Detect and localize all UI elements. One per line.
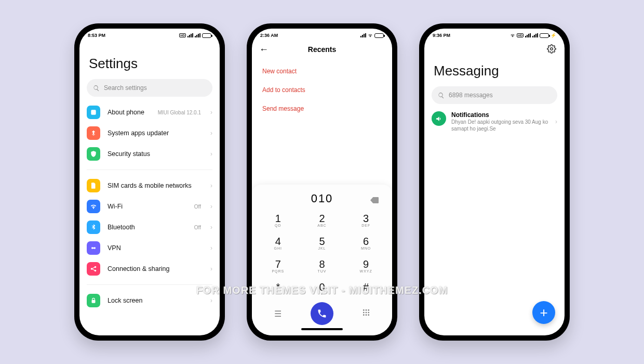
dial-key-0[interactable]: 0+ (300, 278, 344, 301)
wifi-icon (368, 33, 373, 38)
svg-point-16 (368, 314, 369, 316)
search-input[interactable]: 6898 messages (432, 86, 557, 104)
chevron-right-icon: › (210, 297, 212, 304)
chevron-right-icon: › (555, 118, 557, 125)
volte-icon: HD (179, 33, 186, 37)
dialer-action[interactable]: New contact (252, 62, 392, 81)
dialer-action[interactable]: Send message (252, 99, 392, 118)
search-placeholder: 6898 messages (449, 92, 493, 99)
status-time: 2:36 AM (260, 33, 278, 38)
row-label: Bluetooth (108, 224, 187, 231)
signal-icon (525, 33, 531, 37)
settings-row-share[interactable]: Connection & sharing› (79, 258, 220, 279)
settings-row-vpn[interactable]: VPN› (79, 238, 220, 258)
dial-number: 010 (311, 192, 333, 205)
row-label: VPN (108, 244, 203, 252)
svg-point-15 (365, 314, 367, 316)
svg-rect-0 (91, 110, 96, 114)
back-button[interactable]: ← (259, 44, 269, 55)
signal-icon (187, 33, 193, 37)
dial-key-8[interactable]: 8TUV (300, 255, 344, 278)
svg-point-10 (368, 309, 369, 311)
phone-icon (317, 308, 327, 319)
svg-rect-3 (92, 248, 95, 249)
svg-rect-7 (92, 300, 96, 303)
row-label: Lock screen (108, 297, 203, 304)
svg-point-9 (365, 309, 367, 311)
message-thread[interactable]: Notifications Dhyan De! aapki outgoing s… (424, 104, 565, 132)
dial-key-1[interactable]: 1QD (256, 210, 300, 232)
chevron-right-icon: › (210, 182, 212, 189)
dial-key-9[interactable]: 9WXYZ (344, 255, 388, 278)
settings-row-sim[interactable]: SIM cards & mobile networks› (79, 175, 220, 196)
search-input[interactable]: Search settings (87, 79, 212, 97)
dial-key-6[interactable]: 6MNO (344, 232, 388, 255)
row-value: MIUI Global 12.0.1 (158, 110, 201, 115)
dial-key-*[interactable]: * (256, 278, 300, 301)
settings-row-lock[interactable]: Lock screen› (79, 290, 220, 311)
chevron-right-icon: › (210, 129, 212, 137)
sim-icon (87, 179, 100, 192)
status-bar: 8:53 PM HD (79, 29, 220, 40)
svg-point-13 (368, 312, 369, 314)
shield-icon (87, 147, 100, 161)
status-bar: 2:36 AM (252, 29, 392, 40)
row-label: Security status (108, 150, 203, 158)
dialer-action[interactable]: Add to contacts (252, 81, 392, 99)
search-icon (93, 85, 100, 92)
row-value: Off (194, 225, 201, 230)
row-label: Connection & sharing (108, 265, 203, 272)
settings-row-updater[interactable]: System apps updater› (79, 123, 220, 144)
settings-row-info[interactable]: About phoneMIUI Global 12.0.1› (79, 102, 220, 123)
thread-preview: Dhyan De! aapki outgoing seva 30 Aug ko … (451, 119, 550, 132)
page-title: Settings (79, 40, 220, 79)
divider (87, 284, 212, 285)
search-placeholder: Search settings (104, 84, 147, 92)
dial-key-3[interactable]: 3DEF (344, 210, 388, 232)
dialer-panel: 010 1QD2ABC3DEF4GHI5JKL6MNO7PQRS8TUV9WXY… (252, 185, 392, 335)
search-icon (438, 92, 445, 99)
compose-button[interactable]: + (532, 301, 555, 324)
chevron-right-icon: › (210, 224, 212, 231)
lock-icon (87, 294, 100, 307)
row-label: System apps updater (108, 129, 203, 137)
svg-point-8 (363, 309, 365, 311)
dial-key-#[interactable]: # (344, 278, 388, 301)
dial-key-5[interactable]: 5JKL (300, 232, 344, 255)
dial-key-7[interactable]: 7PQRS (256, 255, 300, 278)
dialpad-toggle[interactable] (344, 308, 388, 319)
status-time: 8:53 PM (88, 33, 105, 38)
chevron-right-icon: › (210, 109, 212, 116)
updater-icon (87, 126, 100, 140)
battery-icon (374, 33, 384, 38)
backspace-button[interactable] (370, 193, 379, 206)
chevron-right-icon: › (210, 244, 212, 252)
dial-key-2[interactable]: 2ABC (300, 210, 344, 232)
signal-icon (195, 33, 200, 37)
battery-icon (202, 33, 211, 38)
bt-icon (87, 220, 100, 234)
home-indicator[interactable] (301, 328, 343, 330)
recents-button[interactable]: ☰ (256, 309, 300, 319)
row-label: SIM cards & mobile networks (108, 182, 203, 189)
call-button[interactable] (311, 302, 333, 325)
status-time: 9:36 PM (433, 33, 450, 38)
settings-row-bt[interactable]: BluetoothOff› (79, 217, 220, 238)
svg-point-17 (551, 48, 553, 50)
settings-row-wifi[interactable]: Wi-FiOff› (79, 196, 220, 217)
share-icon (87, 262, 100, 276)
settings-button[interactable] (547, 44, 556, 54)
speaker-icon (432, 111, 446, 126)
info-icon (87, 106, 100, 119)
battery-charging-icon (540, 33, 549, 38)
status-bar: 9:36 PM HD ⚡ (424, 29, 565, 40)
signal-icon (360, 33, 366, 37)
phone-settings: 8:53 PM HD Settings Search settings Abou… (74, 23, 225, 341)
svg-point-11 (363, 312, 365, 314)
phone-messaging: 9:36 PM HD ⚡ Messaging 6898 messages (419, 23, 570, 341)
page-title: Messaging (424, 54, 565, 86)
svg-point-14 (363, 314, 365, 316)
signal-icon (532, 33, 538, 37)
dial-key-4[interactable]: 4GHI (256, 232, 300, 255)
settings-row-shield[interactable]: Security status› (79, 144, 220, 164)
